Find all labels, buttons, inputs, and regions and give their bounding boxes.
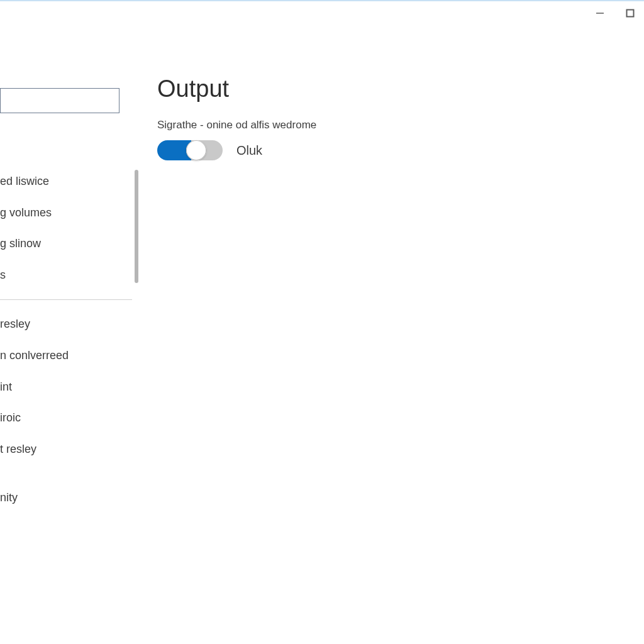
- sidebar-item[interactable]: s: [0, 260, 138, 291]
- sidebar-item[interactable]: ed liswice: [0, 166, 138, 197]
- toggle-knob-icon: [186, 140, 206, 160]
- minimize-icon: [596, 9, 604, 18]
- sidebar-nav-group-b: resley n conlverreed int iroic t resley …: [0, 309, 138, 514]
- main-content: Output Sigrathe - onine od alfis wedrome…: [138, 25, 644, 644]
- sidebar-item[interactable]: iroic: [0, 402, 138, 434]
- maximize-button[interactable]: [624, 7, 636, 19]
- sidebar-item[interactable]: nity: [0, 482, 138, 514]
- minimize-button[interactable]: [594, 7, 606, 19]
- sidebar-item[interactable]: resley: [0, 309, 138, 340]
- sidebar-item[interactable]: int: [0, 372, 138, 403]
- page-heading: Output: [157, 75, 619, 103]
- sidebar-item[interactable]: g slinow: [0, 228, 138, 260]
- sidebar-item[interactable]: [0, 148, 138, 166]
- sidebar-item[interactable]: n conlverreed: [0, 340, 138, 372]
- search-input[interactable]: [0, 89, 113, 113]
- sidebar-item[interactable]: t resley: [0, 434, 138, 465]
- sidebar-nav-group-a: ed liswice g volumes g slinow s: [0, 131, 138, 291]
- setting-description: Sigrathe - onine od alfis wedrome: [157, 119, 619, 131]
- sidebar-scrollbar[interactable]: [135, 170, 138, 283]
- sidebar-divider: [0, 299, 132, 300]
- sidebar-item[interactable]: [0, 465, 138, 482]
- sidebar: ed liswice g volumes g slinow s resley n…: [0, 25, 138, 644]
- maximize-icon: [626, 9, 635, 18]
- svg-rect-1: [627, 10, 634, 17]
- sidebar-item[interactable]: [0, 131, 138, 148]
- toggle-state-label: Oluk: [236, 143, 262, 158]
- output-toggle[interactable]: [157, 140, 223, 160]
- window-titlebar: [0, 0, 644, 25]
- sidebar-item[interactable]: g volumes: [0, 197, 138, 229]
- search-input-wrapper[interactable]: [0, 88, 119, 113]
